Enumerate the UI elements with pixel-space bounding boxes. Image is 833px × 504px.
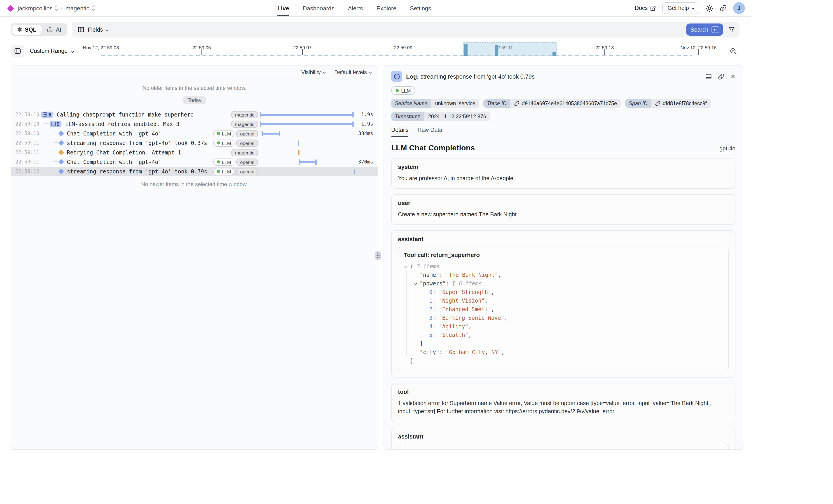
histogram-bar — [553, 52, 556, 56]
log-list-panel: Visibility Default levels No older items… — [11, 65, 378, 450]
filter-button[interactable] — [723, 22, 739, 38]
collapse-badge[interactable]: 6 — [41, 111, 53, 118]
log-row[interactable]: 22:59:10 Chat Completion with 'gpt-4o' L… — [11, 129, 378, 138]
top-nav: jackmpcollins / magentic Live Dashboards… — [0, 0, 751, 17]
link-icon — [720, 4, 727, 12]
axis-tick — [202, 49, 202, 55]
role-label: system — [398, 164, 729, 170]
magnifier-plus-icon — [729, 47, 737, 55]
log-duration: 370ms — [358, 159, 373, 165]
close-icon[interactable]: ✕ — [731, 73, 735, 79]
level-tag-pill: LLM — [391, 86, 415, 95]
role-label: user — [398, 200, 729, 207]
tree-connector — [53, 137, 58, 143]
axis-tick — [698, 49, 699, 55]
log-row[interactable]: 22:59:11 streaming response from 'gpt-4o… — [11, 138, 378, 148]
span-id-pill[interactable]: Span ID #fd81e8f78c4ecc9f — [625, 99, 711, 108]
levels-dropdown[interactable]: Default levels — [334, 69, 371, 75]
tag-pill: magentic — [232, 111, 258, 118]
time-axis[interactable]: Nov 12, 22:59:03 22:59:05 22:59:07 22:59… — [80, 42, 727, 61]
tab-settings[interactable]: Settings — [410, 0, 431, 16]
sql-label: SQL — [25, 26, 37, 33]
brightness-icon — [706, 4, 713, 12]
log-row[interactable]: 22:59:10 5 LLM-assisted retries enabled.… — [11, 119, 378, 129]
log-row[interactable]: 22:59:11 Chat Completion with 'gpt-4o' L… — [11, 157, 378, 167]
log-list-header: Visibility Default levels — [11, 66, 378, 79]
search-input[interactable] — [114, 22, 686, 38]
main-area: Visibility Default levels No older items… — [11, 65, 743, 450]
tag-pill: magentic — [232, 149, 258, 156]
table-grid-icon — [78, 26, 85, 33]
tab-details[interactable]: Details — [391, 127, 408, 137]
ai-mode-button[interactable]: AI — [41, 24, 66, 35]
panel-resize-handle[interactable] — [375, 251, 381, 260]
chevron-down-icon — [323, 71, 326, 73]
search-button[interactable]: Search ↵ — [686, 23, 723, 36]
span-diamond-icon — [58, 159, 64, 165]
axis-tick — [303, 49, 303, 55]
log-row[interactable]: 22:59:10 6 Calling chatprompt-function m… — [11, 110, 378, 119]
green-dot-icon — [396, 89, 399, 92]
tab-alerts[interactable]: Alerts — [348, 0, 363, 16]
log-time: 22:59:10 — [15, 121, 39, 127]
caret-down-icon[interactable] — [414, 282, 417, 285]
visibility-label: Visibility — [301, 69, 321, 75]
trace-id-pill[interactable]: Trace ID #9146a6974e4e6140538043607a71c7… — [483, 99, 621, 108]
time-range-selector[interactable]: Custom Range — [30, 48, 74, 54]
log-time: 22:59:11 — [15, 159, 39, 165]
fields-button[interactable]: Fields — [72, 22, 114, 38]
nav-tabs: Live Dashboards Alerts Explore Settings — [277, 0, 431, 16]
log-row-selected[interactable]: 22:59:12 streaming response from 'gpt-4o… — [11, 167, 378, 176]
query-mode-segment: ✱ SQL AI — [11, 23, 68, 36]
llm-tag-pill: LLM — [213, 168, 235, 175]
tab-explore[interactable]: Explore — [377, 0, 397, 16]
axis-tick — [101, 49, 101, 55]
time-selection-window[interactable] — [463, 43, 557, 56]
org-selector[interactable]: jackmpcollins — [18, 5, 57, 11]
span-bar — [262, 133, 280, 134]
tree-connector — [53, 127, 58, 133]
avatar[interactable]: J — [733, 2, 745, 14]
span-bar — [299, 161, 317, 163]
docs-label: Docs — [635, 5, 648, 11]
query-field: Fields Search ↵ — [72, 22, 739, 38]
no-newer-items-text: No newer items in the selected time wind… — [11, 181, 378, 187]
visibility-dropdown[interactable]: Visibility — [301, 69, 325, 75]
sql-mode-button[interactable]: ✱ SQL — [12, 25, 41, 34]
log-time: 22:59:10 — [15, 130, 39, 136]
caret-down-icon[interactable] — [404, 265, 407, 268]
chevron-down-icon — [692, 7, 694, 9]
log-duration: 1.9s — [361, 112, 373, 117]
tag-pill: openai — [237, 139, 258, 147]
log-duration: 384ms — [358, 130, 373, 136]
chevron-down-icon — [70, 49, 74, 53]
section-title: LLM Chat Completions — [391, 144, 475, 153]
copy-link-icon[interactable] — [718, 73, 724, 80]
asterisk-icon: ✱ — [17, 27, 22, 32]
search-label: Search — [690, 26, 708, 33]
get-help-button[interactable]: Get help — [662, 2, 699, 14]
collapse-panel-button[interactable] — [11, 45, 24, 57]
table-view-icon[interactable] — [705, 73, 712, 80]
collapse-badge[interactable]: 5 — [50, 121, 62, 127]
breadcrumb-separator: / — [61, 5, 62, 11]
docs-link[interactable]: Docs — [635, 5, 656, 11]
theme-toggle-button[interactable] — [706, 4, 713, 12]
green-dot-icon — [217, 160, 220, 164]
tree-connector — [53, 146, 58, 152]
tool-call-card: Tool call: return_superhero { 3 items "n… — [398, 444, 729, 450]
tab-live[interactable]: Live — [277, 0, 289, 16]
share-link-button[interactable] — [720, 4, 727, 12]
filter-funnel-icon — [728, 26, 735, 33]
log-row[interactable]: 22:59:11 Retrying Chat Completion. Attem… — [11, 148, 378, 157]
no-older-items-text: No older items in the selected time wind… — [11, 85, 378, 91]
zoom-in-button[interactable] — [727, 45, 739, 57]
chevron-down-icon — [106, 28, 108, 31]
project-selector[interactable]: magentic — [66, 5, 94, 11]
warning-diamond-icon — [58, 149, 64, 155]
tool-call-card: Tool call: return_superhero { 3 items "n… — [398, 247, 729, 371]
tab-raw-data[interactable]: Raw Data — [418, 127, 442, 137]
info-icon — [391, 71, 402, 82]
panel-left-icon — [14, 47, 21, 55]
tab-dashboards[interactable]: Dashboards — [303, 0, 334, 16]
